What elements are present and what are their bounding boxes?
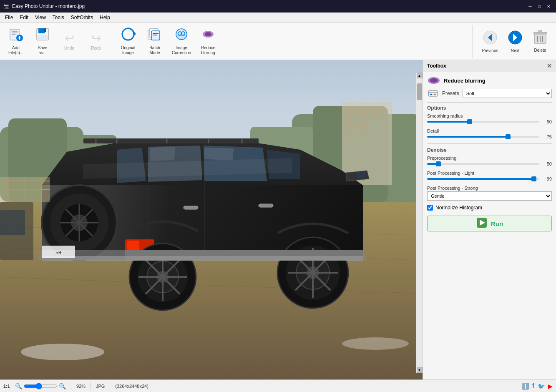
next-button[interactable]: Next [503,25,528,58]
previous-button[interactable]: Previous [478,25,503,58]
svg-rect-108 [434,94,436,95]
info-icon[interactable]: ℹ️ [522,383,529,389]
scroll-up-button[interactable]: ▲ [417,73,423,78]
vertical-scrollbar[interactable]: ▲ ▼ [416,73,423,373]
reduce-blurring-section: Reduce blurring [427,76,552,85]
facebook-icon[interactable]: f [532,382,534,390]
normalize-histogram-row: Normalize Histogram [427,205,552,211]
toolbar: AddFile(s)... Saveas... ↩ Undo ↪ Redo [0,23,556,60]
normalize-histogram-label: Normalize Histogram [435,205,482,211]
detail-thumb[interactable] [506,134,511,139]
redo-icon: ↪ [91,31,101,45]
add-files-icon [8,27,23,45]
post-processing-strong-select[interactable]: Gentle Normal Strong [427,191,552,201]
zoom-range-slider[interactable] [24,383,57,389]
svg-rect-9 [44,28,46,32]
post-processing-light-thumb[interactable] [531,176,536,181]
image-correction-button[interactable]: ImageCorrection [169,25,194,58]
svg-point-104 [430,78,438,83]
svg-rect-43 [359,108,367,116]
smoothing-radius-value: 50 [542,119,552,124]
svg-rect-102 [357,172,366,178]
reduce-blurring-button[interactable]: Reduceblurring [196,25,221,58]
undo-button[interactable]: ↩ Undo [57,25,82,58]
svg-rect-17 [153,35,157,35]
smoothing-radius-fill [427,121,470,123]
smoothing-radius-track[interactable] [427,121,539,123]
save-as-button[interactable]: Saveas... [30,25,55,58]
detail-slider-container: 75 [427,134,552,139]
preprocessing-track[interactable] [427,163,539,165]
menu-softorbits[interactable]: SoftOrbits [68,14,96,21]
post-processing-strong-row: Post Processing - Strong Gentle Normal S… [427,186,552,201]
normalize-histogram-checkbox[interactable] [427,205,433,211]
svg-rect-8 [38,28,45,33]
status-sep-1 [71,382,71,390]
svg-rect-1 [12,31,18,32]
batch-mode-button[interactable]: BatchMode [142,25,167,58]
detail-value: 75 [542,134,552,139]
preprocessing-slider-container: 50 [427,161,552,166]
menu-help[interactable]: Help [96,14,113,21]
preprocessing-thumb[interactable] [436,161,441,166]
post-processing-light-track[interactable] [427,178,539,180]
smoothing-radius-thumb[interactable] [467,119,472,124]
svg-rect-16 [153,33,158,34]
youtube-icon[interactable]: ▶ [548,383,553,389]
options-label: Options [427,102,552,111]
presets-select[interactable]: Soft Medium Strong Custom [463,89,552,98]
run-button[interactable]: Run [427,216,552,231]
detail-row: Detail 75 [427,128,552,139]
toolbox-panel: Toolbox ✕ Reduce blurring [423,60,556,379]
post-processing-light-value: 99 [542,176,552,181]
image-correction-label: ImageCorrection [172,45,191,55]
zoom-percentage: 92% [76,384,86,389]
menu-view[interactable]: View [32,14,49,21]
post-processing-light-container: 99 [427,176,552,181]
menu-edit[interactable]: Edit [16,14,32,21]
svg-rect-53 [83,138,259,143]
svg-rect-30 [538,30,542,33]
presets-label: Presets [442,90,459,96]
svg-rect-6 [19,36,20,40]
scroll-down-button[interactable]: ▼ [417,367,423,373]
delete-button[interactable]: Delete [528,25,553,58]
detail-fill [427,136,508,138]
redo-button[interactable]: ↪ Redo [83,25,108,58]
image-area[interactable]: •H [0,60,423,379]
original-image-button[interactable]: OriginalImage [116,25,141,58]
presets-row: Presets Soft Medium Strong Custom [427,89,552,98]
add-files-button[interactable]: AddFile(s)... [3,25,28,58]
svg-rect-101 [0,210,25,235]
menu-file[interactable]: File [2,14,16,21]
batch-mode-icon [147,27,162,45]
image-format: JPG [96,384,105,389]
svg-point-23 [205,32,211,36]
zoom-1-1: 1:1 [3,384,10,389]
svg-rect-45 [346,121,355,129]
detail-track[interactable] [427,136,539,138]
post-processing-strong-label: Post Processing - Strong [427,186,552,191]
post-processing-strong-dropdown-row: Gentle Normal Strong [427,191,552,201]
redo-label: Redo [91,46,101,51]
toolbox-close-button[interactable]: ✕ [547,63,552,69]
close-button[interactable]: ✕ [544,2,553,10]
add-files-label: AddFile(s)... [8,45,23,55]
denoise-label: Denoise [427,147,552,153]
app-icon: 📷 [3,3,10,9]
svg-rect-105 [429,90,438,96]
run-icon [476,217,488,231]
svg-rect-2 [12,33,18,33]
maximize-button[interactable]: □ [535,2,543,10]
twitter-icon[interactable]: 🐦 [538,383,545,389]
zoom-plus-icon[interactable]: 🔍 [59,383,66,389]
undo-icon: ↩ [65,31,74,45]
minimize-button[interactable]: ─ [526,2,534,10]
scroll-thumb-vertical[interactable] [417,83,422,100]
scroll-track-vertical [417,79,422,366]
presets-icon [427,89,439,98]
svg-rect-46 [359,121,367,129]
menu-tools[interactable]: Tools [49,14,68,21]
zoom-minus-icon[interactable]: 🔍 [15,383,22,389]
svg-rect-10 [38,35,48,39]
